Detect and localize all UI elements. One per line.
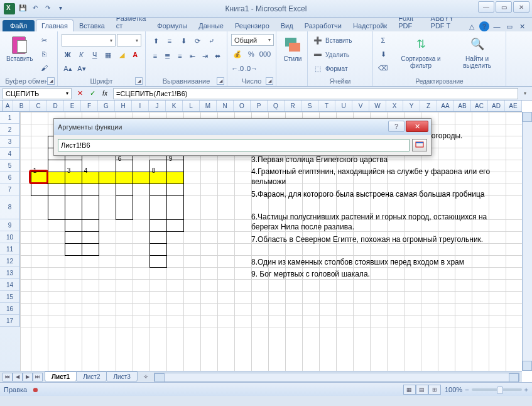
row-header[interactable]: 17 <box>0 315 20 327</box>
crossword-cell[interactable] <box>48 172 65 184</box>
comma-icon[interactable]: 000 <box>259 48 271 60</box>
row-header[interactable]: 15 <box>0 291 20 303</box>
align-middle-icon[interactable]: ≡ <box>163 35 176 47</box>
crossword-cell[interactable] <box>65 219 82 232</box>
border-button[interactable]: ▦ <box>102 48 115 61</box>
col-header[interactable]: AA <box>437 101 454 111</box>
row-header[interactable]: 9 <box>0 219 20 231</box>
doc-minimize-icon[interactable]: — <box>492 21 502 31</box>
row-header[interactable]: 6 <box>0 172 20 184</box>
merge-icon[interactable]: ⬌ <box>212 50 223 62</box>
col-header[interactable]: I <box>132 101 149 111</box>
qat-dropdown-icon[interactable]: ▾ <box>55 3 65 13</box>
row-header[interactable]: 8 <box>0 195 20 219</box>
col-header[interactable]: D <box>47 101 64 111</box>
macro-record-icon[interactable]: ⏺ <box>32 386 39 393</box>
tab-insert[interactable]: Вставка <box>73 19 111 31</box>
crossword-cell[interactable] <box>65 243 82 256</box>
fill-icon[interactable]: ⬇ <box>377 48 389 60</box>
col-header[interactable]: L <box>183 101 200 111</box>
insert-cell-icon[interactable]: ➕ <box>312 34 324 47</box>
crossword-cell[interactable] <box>82 231 99 244</box>
crossword-cell[interactable] <box>133 172 150 184</box>
sheet-nav-first-icon[interactable]: ⏮ <box>3 373 13 381</box>
clipboard-dialog-icon[interactable]: ◢ <box>47 77 55 85</box>
italic-button[interactable]: К <box>75 48 88 61</box>
crossword-cell[interactable] <box>166 172 184 184</box>
crossword-cell[interactable] <box>65 195 82 220</box>
tab-review[interactable]: Рецензиро <box>229 19 275 31</box>
sheet-nav-prev-icon[interactable]: ◀ <box>13 373 23 381</box>
crossword-cell[interactable] <box>31 172 48 184</box>
dialog-titlebar[interactable]: Аргументы функции ? ✕ <box>54 119 431 135</box>
formula-input[interactable]: =СЦЕПИТЬ(Лист1!B6) <box>113 88 518 99</box>
align-dialog-icon[interactable]: ◢ <box>217 77 224 85</box>
font-dialog-icon[interactable]: ◢ <box>135 77 143 85</box>
clear-icon[interactable]: ⌫ <box>377 62 389 74</box>
orientation-icon[interactable]: ⟳ <box>191 35 204 47</box>
col-header[interactable]: U <box>335 101 352 111</box>
col-header[interactable]: AE <box>505 101 522 111</box>
add-sheet-icon[interactable]: ✧ <box>140 373 151 381</box>
col-header[interactable]: K <box>166 101 183 111</box>
crossword-cell[interactable] <box>31 184 48 196</box>
crossword-cell[interactable] <box>116 195 133 220</box>
close-button[interactable]: ✕ <box>513 1 529 13</box>
insert-cells-label[interactable]: Вставить <box>325 37 352 44</box>
currency-icon[interactable]: 💰 <box>231 48 244 60</box>
crossword-cell[interactable] <box>65 231 82 244</box>
crossword-cell[interactable] <box>82 195 99 220</box>
crossword-cell[interactable] <box>65 172 82 184</box>
shrink-font-icon[interactable]: A▾ <box>75 63 88 75</box>
crossword-cell[interactable] <box>116 184 133 196</box>
col-header[interactable]: M <box>200 101 217 111</box>
col-header[interactable]: N <box>217 101 234 111</box>
row-header[interactable]: 13 <box>0 267 20 279</box>
underline-button[interactable]: Ч <box>89 48 101 61</box>
number-format-combo[interactable]: Общий▾ <box>231 34 274 46</box>
crossword-cell[interactable] <box>116 160 133 172</box>
help-icon[interactable]: ? <box>479 21 489 31</box>
dec-decimal-icon[interactable]: .0→ <box>245 62 258 75</box>
format-cell-icon[interactable]: ⬚ <box>312 63 324 75</box>
row-header[interactable]: 4 <box>0 148 20 160</box>
crossword-cell[interactable] <box>82 172 99 184</box>
col-header[interactable]: Q <box>268 101 285 111</box>
grow-font-icon[interactable]: A▴ <box>62 63 74 75</box>
crossword-cell[interactable] <box>149 231 167 244</box>
paste-button[interactable]: Вставить <box>4 33 35 75</box>
minimize-ribbon-icon[interactable]: △ <box>467 21 477 31</box>
crossword-cell[interactable] <box>166 195 184 220</box>
redo-icon[interactable]: ↷ <box>43 3 53 13</box>
page-break-view-icon[interactable]: ⊞ <box>428 385 441 395</box>
zoom-slider[interactable] <box>472 388 522 391</box>
row-header[interactable]: 16 <box>0 303 20 315</box>
crossword-cell[interactable] <box>82 243 99 256</box>
crossword-cell[interactable] <box>82 184 99 196</box>
inc-decimal-icon[interactable]: ←.0 <box>231 62 244 75</box>
crossword-cell[interactable] <box>149 172 167 184</box>
crossword-cell[interactable] <box>116 172 133 184</box>
bold-button[interactable]: Ж <box>62 48 74 61</box>
file-tab[interactable]: Файл <box>3 20 35 31</box>
dialog-collapse-button[interactable] <box>412 139 427 151</box>
insert-function-icon[interactable]: fx <box>99 88 111 99</box>
crossword-cell[interactable] <box>65 184 82 196</box>
cancel-formula-icon[interactable]: ✕ <box>74 88 85 99</box>
crossword-cell[interactable] <box>48 160 65 172</box>
cut-icon[interactable]: ✂ <box>38 34 50 47</box>
tab-view[interactable]: Вид <box>275 19 299 31</box>
col-header[interactable]: X <box>386 101 403 111</box>
format-painter-icon[interactable]: 🖌 <box>38 62 50 74</box>
zoom-in-icon[interactable]: + <box>524 386 528 393</box>
crossword-cell[interactable] <box>149 255 167 268</box>
col-header[interactable]: Y <box>403 101 420 111</box>
page-layout-view-icon[interactable]: ▤ <box>416 385 428 395</box>
delete-cell-icon[interactable]: ➖ <box>312 48 324 61</box>
font-name-combo[interactable]: ▾ <box>62 34 116 47</box>
row-header[interactable]: 1 <box>0 112 20 124</box>
crossword-cell[interactable] <box>99 172 116 184</box>
zoom-level[interactable]: 100% <box>445 386 462 393</box>
inc-indent-icon[interactable]: ⇥ <box>199 50 210 62</box>
col-header[interactable]: S <box>301 101 318 111</box>
